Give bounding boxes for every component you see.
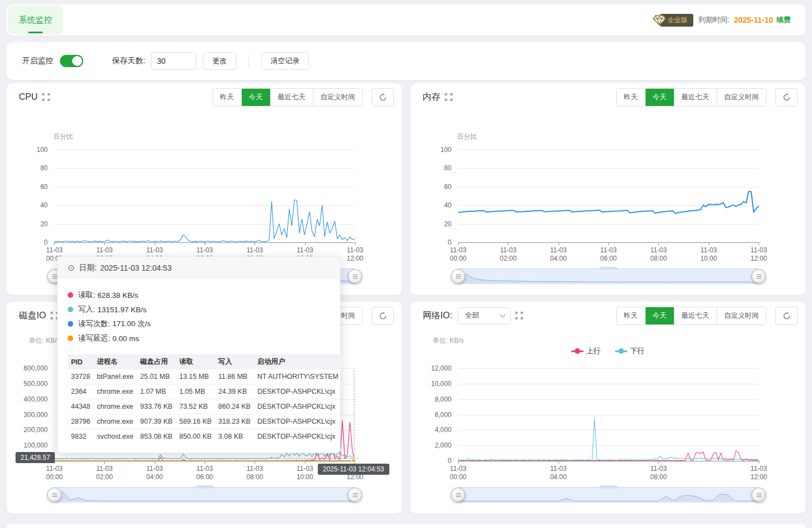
table-row: 33728btPanel.exe25.01 MB13.15 MB11.86 MB… [68,369,342,384]
y-axis-name: 百分比 [53,132,73,141]
datazoom-mini-chart [459,488,758,502]
x-tick-label: 11-0300:00 [37,465,72,481]
tooltip-metric-row: 读写延迟: 0.00 ms [68,331,330,346]
tooltip-metric-row: 读写次数: 171.00 次/s [68,317,330,331]
series-line [458,451,759,461]
x-tick-mark [759,461,759,464]
datazoom-handle-right[interactable] [348,488,362,502]
legend-label: 上行 [586,346,601,356]
x-tick-mark [759,242,759,245]
x-tick-mark [104,242,105,245]
x-tick-label: 11-0308:00 [237,465,272,481]
y-tick-label: 80 [410,164,451,172]
cpu-series-plot [54,150,355,242]
datazoom-mini-chart [459,269,758,283]
monitor-toggle-label: 开启监控 [22,56,53,66]
datazoom-handle-right[interactable] [752,269,766,283]
table-cell: 1.07 MB [137,384,176,399]
x-tick-mark [709,242,709,245]
x-tick-mark [155,242,155,245]
renew-link[interactable]: 续费 [777,15,791,25]
clear-records-button[interactable]: 清空记录 [261,52,309,70]
tab-system-monitor[interactable]: 系统监控 [8,6,63,34]
axis-pointer-horizontal-line [54,458,358,459]
table-header-cell: 磁盘占用 [137,354,176,369]
net-series-plot [458,368,759,461]
memory-panel: 内存 昨天今天最近七天自定义时间 百分比02040608010011-0300:… [410,83,805,295]
x-tick-mark [559,242,559,245]
table-cell: 28796 [68,414,94,429]
x-tick-label: 11-0312:00 [741,246,777,263]
tooltip-metric-row: 写入: 13151.97 KB/s [68,302,330,317]
x-axis-line [458,461,759,461]
datazoom-handle-left[interactable] [47,488,62,502]
legend-marker [615,348,627,354]
metric-name: 读写次数: [78,319,110,329]
legend: 上行下行 [410,346,805,356]
datazoom-track[interactable] [54,487,355,502]
table-header-cell: 读取 [176,354,215,369]
monitor-toggle[interactable] [60,55,83,67]
x-tick-mark [608,242,609,245]
x-tick-mark [104,461,105,464]
datazoom-handle-left[interactable] [451,488,465,502]
unit-label: 单位: KB/s [433,336,464,346]
x-tick-label: 11-0304:00 [541,465,576,481]
datazoom-handle-right[interactable] [348,269,362,283]
x-tick-mark [255,461,255,464]
y-tick-label: 0 [7,238,48,246]
process-table: PID进程名磁盘占用读取写入启动用户33728btPanel.exe25.01 … [68,354,342,444]
table-cell: 860.24 KB [215,399,254,414]
x-tick-mark [205,242,205,245]
legend-marker [571,348,583,354]
table-cell: 11.86 MB [215,369,254,384]
datazoom-track[interactable] [458,487,759,502]
metric-value: 171.00 次/s [113,319,151,329]
y-tick-label: 500,000 [7,380,48,388]
table-cell: 25.01 MB [137,369,176,384]
y-tick-label: 12,000 [410,364,451,372]
datazoom-handle-right[interactable] [752,488,766,502]
table-cell: chrome.exe [94,414,137,429]
table-cell: 33728 [68,369,94,384]
change-button[interactable]: 更改 [203,52,236,70]
table-cell: DESKTOP-ASHPCKL\cjx [254,414,342,429]
table-cell: DESKTOP-ASHPCKL\cjx [254,399,342,414]
y-tick-label: 200,000 [7,426,48,434]
table-cell: 13.15 MB [176,369,215,384]
datazoom-handle-left[interactable] [451,269,465,283]
legend-item-down[interactable]: 下行 [615,346,644,356]
legend-label: 下行 [630,346,644,356]
y-tick-label: 0 [410,457,451,465]
y-tick-label: 40 [410,201,451,209]
metric-name: 读取: [78,290,95,300]
table-cell: 73.52 KB [176,399,215,414]
table-row: 2364chrome.exe1.07 MB1.05 MB24.39 KBDESK… [68,384,342,399]
table-cell: 907.39 KB [137,414,176,429]
x-tick-label: 11-0306:00 [591,246,626,263]
x-tick-mark [458,461,459,464]
net-chart-area: 单位: KB/s上行下行02,0004,0006,0008,00010,0001… [410,302,805,514]
y-tick-label: 4,000 [410,426,451,434]
tooltip-metric-row: 读取: 628.38 KB/s [68,288,330,302]
table-cell: DESKTOP-ASHPCKL\cjx [254,384,342,399]
x-tick-label: 11-0312:00 [337,246,373,263]
x-tick-mark [155,461,155,464]
y-tick-label: 300,000 [7,411,48,419]
save-days-input[interactable] [151,52,196,70]
x-tick-mark [305,242,306,245]
table-cell: 24.39 KB [215,384,254,399]
y-tick-label: 100 [7,146,48,154]
metric-color-dot [68,336,73,341]
tab-active-underline [28,32,43,33]
x-tick-label: 11-0300:00 [440,465,476,481]
monitor-controls: 开启监控 保存天数: 更改 清空记录 [7,42,805,80]
datazoom-track[interactable] [458,268,759,284]
x-tick-mark [54,242,55,245]
x-tick-mark [458,242,459,245]
metric-value: 0.00 ms [113,334,139,343]
legend-item-up[interactable]: 上行 [571,346,601,356]
table-cell: DESKTOP-ASHPCKL\cjx [254,429,342,444]
y-tick-label: 60 [410,183,451,191]
metric-color-dot [68,292,73,298]
